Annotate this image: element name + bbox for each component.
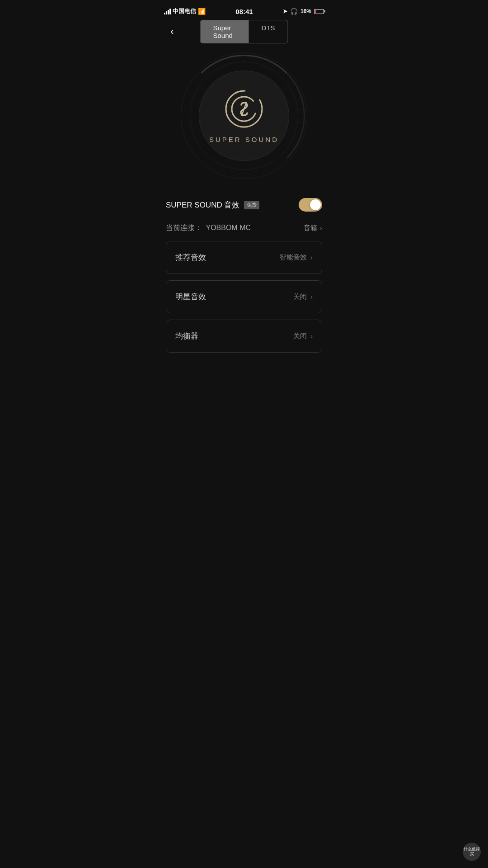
headphone-icon: 🎧 <box>290 8 298 15</box>
connection-left: 当前连接： YOBBOM MC <box>166 223 251 233</box>
star-sound-right: 关闭 › <box>293 292 313 301</box>
toggle-label-group: SUPER SOUND 音效 免费 <box>166 200 259 210</box>
status-bar: 中国电信 📶 08:41 ➤ 🎧 16% <box>156 0 332 20</box>
logo-brand-text: SUPER SOUND <box>209 136 279 143</box>
super-sound-toggle[interactable] <box>299 198 322 212</box>
connection-type-label: 音箱 <box>304 224 317 232</box>
tab-dts[interactable]: DTS <box>249 20 288 43</box>
status-time: 08:41 <box>235 8 253 15</box>
super-sound-logo <box>224 89 264 129</box>
star-sound-chevron-icon: › <box>310 293 313 301</box>
equalizer-right: 关闭 › <box>293 332 313 340</box>
equalizer-card[interactable]: 均衡器 关闭 › <box>166 320 322 353</box>
tab-super-sound[interactable]: Super Sound <box>201 20 249 43</box>
equalizer-value: 关闭 <box>293 332 307 340</box>
recommended-sound-right: 智能音效 › <box>280 253 313 262</box>
free-badge: 免费 <box>244 201 259 209</box>
status-right: ➤ 🎧 16% <box>283 8 324 15</box>
connection-chevron-icon: › <box>320 224 322 232</box>
recommended-sound-label: 推荐音效 <box>175 252 206 263</box>
star-sound-label: 明星音效 <box>175 292 206 302</box>
equalizer-chevron-icon: › <box>310 332 313 340</box>
back-button[interactable]: ‹ <box>164 24 180 40</box>
carrier-label: 中国电信 <box>173 7 196 15</box>
signal-icon <box>164 9 171 14</box>
settings-section: SUPER SOUND 音效 免费 当前连接： YOBBOM MC 音箱 › 推… <box>156 188 332 353</box>
toggle-knob <box>310 199 321 210</box>
star-sound-card[interactable]: 明星音效 关闭 › <box>166 280 322 313</box>
connection-right[interactable]: 音箱 › <box>304 224 322 232</box>
tab-group: Super Sound DTS <box>200 20 288 43</box>
logo-area: SUPER SOUND <box>156 43 332 188</box>
logo-inner: SUPER SOUND <box>209 89 279 143</box>
status-left: 中国电信 📶 <box>164 7 206 15</box>
nav-bar: ‹ Super Sound DTS <box>156 20 332 43</box>
connection-row: 当前连接： YOBBOM MC 音箱 › <box>166 221 322 241</box>
star-sound-value: 关闭 <box>293 292 307 301</box>
recommended-sound-card[interactable]: 推荐音效 智能音效 › <box>166 241 322 274</box>
logo-rings: SUPER SOUND <box>181 52 307 179</box>
battery-percent: 16% <box>300 8 311 14</box>
recommended-sound-chevron-icon: › <box>310 254 313 262</box>
super-sound-toggle-label: SUPER SOUND 音效 <box>166 200 239 210</box>
connection-device-name: YOBBOM MC <box>206 224 251 231</box>
battery-icon <box>314 9 324 14</box>
recommended-sound-value: 智能音效 <box>280 253 307 262</box>
connection-prefix: 当前连接： <box>166 224 202 231</box>
wifi-icon: 📶 <box>198 8 206 15</box>
equalizer-label: 均衡器 <box>175 331 198 341</box>
location-icon: ➤ <box>283 8 287 14</box>
super-sound-toggle-row: SUPER SOUND 音效 免费 <box>166 188 322 221</box>
svg-line-2 <box>242 103 246 115</box>
